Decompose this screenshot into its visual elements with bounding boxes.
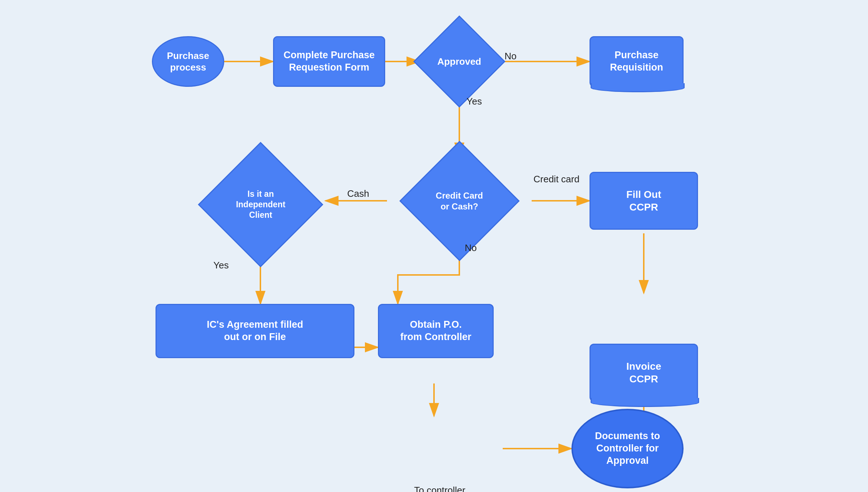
independent-client-node: Is it anIndependentClient bbox=[184, 154, 336, 255]
label-to-controller: To controller bbox=[414, 485, 465, 492]
ic-agreement-node: IC's Agreement filledout or on File bbox=[156, 304, 354, 358]
approved-node: Approved bbox=[394, 29, 524, 94]
fill-ccpr-node: Fill OutCCPR bbox=[590, 172, 698, 230]
obtain-po-node: Obtain P.O.from Controller bbox=[378, 304, 494, 358]
purchase-process-node: Purchase process bbox=[152, 36, 224, 87]
label-credit-card: Credit card bbox=[533, 174, 579, 185]
flowchart-canvas: Purchase process Complete PurchaseReques… bbox=[0, 0, 868, 492]
label-yes-ic: Yes bbox=[213, 260, 229, 271]
invoice-ccpr-node: InvoiceCCPR bbox=[590, 344, 698, 402]
docs-controller-node: Documents toController forApproval bbox=[571, 409, 684, 488]
purchase-requisition-node: PurchaseRequisition bbox=[590, 36, 684, 87]
credit-card-cash-node: Credit Cardor Cash? bbox=[385, 154, 533, 248]
complete-form-node: Complete PurchaseRequestion Form bbox=[273, 36, 385, 87]
label-cash: Cash bbox=[347, 188, 369, 199]
